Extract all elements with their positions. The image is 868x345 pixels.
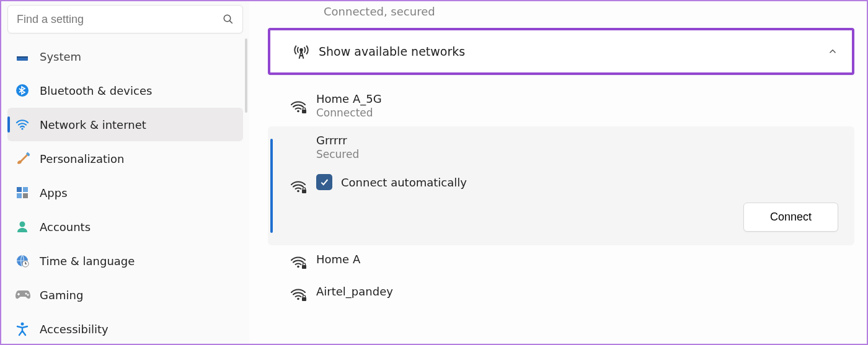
network-status: Secured	[316, 148, 841, 160]
nav-label: Time & language	[40, 255, 135, 268]
svg-point-0	[224, 15, 231, 22]
bluetooth-icon	[15, 83, 30, 98]
apps-icon	[15, 185, 30, 200]
search-input[interactable]	[17, 13, 223, 26]
svg-rect-10	[23, 193, 28, 198]
svg-rect-25	[302, 297, 306, 301]
current-network-status: Connected, secured	[268, 1, 854, 28]
nav-label: Network & internet	[40, 118, 146, 131]
sidebar-item-network[interactable]: Network & internet	[7, 108, 243, 141]
network-name: Grrrrr	[316, 134, 841, 147]
wifi-icon	[15, 117, 30, 132]
svg-point-5	[21, 128, 23, 129]
svg-point-16	[21, 323, 24, 326]
svg-rect-23	[302, 265, 306, 269]
svg-point-22	[297, 266, 299, 268]
nav-label: System	[40, 50, 81, 63]
sidebar-item-time-language[interactable]: Time & language	[7, 244, 243, 277]
network-status: Connected	[316, 107, 841, 119]
network-row[interactable]: Home A_5G Connected	[268, 85, 854, 126]
antenna-icon	[284, 43, 319, 60]
gaming-icon	[15, 289, 31, 301]
wifi-secured-icon	[281, 134, 316, 238]
settings-sidebar: System Bluetooth & devices Network & int…	[1, 1, 249, 344]
wifi-secured-icon	[281, 92, 316, 119]
network-name: Home A	[316, 253, 841, 266]
svg-point-20	[297, 190, 299, 193]
svg-point-11	[20, 222, 25, 227]
svg-point-18	[297, 110, 299, 112]
available-networks-list: Home A_5G Connected Grrrrr Secured Conne…	[268, 85, 854, 310]
sidebar-item-personalization[interactable]: Personalization	[7, 142, 243, 175]
wifi-secured-icon	[281, 285, 316, 302]
network-row[interactable]: Airtel_pandey	[268, 277, 854, 310]
accessibility-icon	[15, 321, 30, 336]
svg-rect-7	[17, 187, 22, 192]
svg-rect-19	[302, 110, 306, 113]
sidebar-item-bluetooth[interactable]: Bluetooth & devices	[7, 74, 243, 107]
svg-point-24	[297, 298, 299, 300]
nav-label: Accounts	[40, 221, 91, 234]
network-name: Airtel_pandey	[316, 285, 841, 298]
network-name: Home A_5G	[316, 92, 841, 105]
connect-automatically-label: Connect automatically	[341, 176, 467, 189]
svg-line-1	[230, 21, 232, 24]
sidebar-item-system[interactable]: System	[7, 40, 243, 73]
nav-label: Bluetooth & devices	[40, 84, 152, 97]
brush-icon	[15, 151, 30, 166]
sidebar-item-gaming[interactable]: Gaming	[7, 278, 243, 312]
nav-label: Gaming	[40, 289, 83, 302]
sidebar-scrollbar[interactable]	[245, 38, 247, 113]
svg-rect-3	[17, 56, 28, 58]
chevron-up-icon	[827, 46, 838, 57]
nav-label: Accessibility	[40, 323, 108, 336]
sidebar-item-accounts[interactable]: Accounts	[7, 210, 243, 243]
search-icon	[223, 14, 234, 25]
expand-label: Show available networks	[319, 45, 827, 58]
main-content: Connected, secured Show available networ…	[249, 1, 867, 344]
system-icon	[15, 49, 30, 64]
nav-label: Personalization	[40, 152, 124, 165]
accounts-icon	[15, 219, 30, 234]
connect-button[interactable]: Connect	[743, 203, 838, 232]
svg-rect-8	[23, 187, 28, 192]
show-available-networks-card[interactable]: Show available networks	[268, 28, 854, 75]
sidebar-item-apps[interactable]: Apps	[7, 176, 243, 209]
network-row[interactable]: Home A	[268, 245, 854, 277]
svg-rect-21	[302, 190, 306, 193]
connect-automatically-checkbox[interactable]	[316, 174, 332, 190]
network-row-selected[interactable]: Grrrrr Secured Connect automatically Con…	[268, 126, 854, 245]
svg-point-15	[27, 294, 29, 296]
wifi-secured-icon	[281, 253, 316, 270]
search-box[interactable]	[7, 5, 243, 33]
nav-label: Apps	[40, 186, 68, 199]
svg-rect-9	[17, 193, 22, 198]
sidebar-item-accessibility[interactable]: Accessibility	[7, 312, 243, 345]
time-language-icon	[15, 253, 30, 268]
svg-point-14	[25, 293, 27, 295]
